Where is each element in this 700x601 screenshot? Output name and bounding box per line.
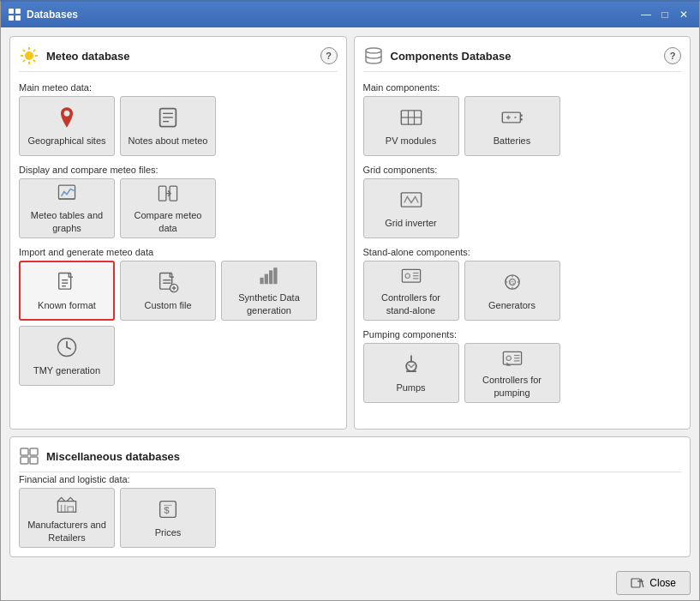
pump-icon [399,352,423,376]
components-panel-title: Components Database [391,50,512,63]
tmy-generation-button[interactable]: TMY generation [19,326,115,386]
meteo-section-import-label: Import and generate meteo data [19,247,338,257]
svg-rect-48 [401,193,421,207]
misc-panel-icon [19,446,39,466]
compare-icon [156,183,180,204]
svg-rect-35 [273,267,277,284]
minimize-button[interactable]: — [637,7,655,22]
custom-file-icon [156,270,180,294]
top-panels: Meteo database ? Main meteo data: Geogra… [9,36,691,430]
battery-icon [500,105,524,129]
misc-panel: Miscellaneous databases Financial and lo… [9,436,691,557]
svg-line-11 [33,50,35,51]
sun-icon [19,45,39,66]
misc-financial-label: Financial and logistic data: [19,474,681,484]
factory-icon [55,492,79,514]
prices-button[interactable]: $ Prices [120,488,216,548]
svg-rect-1 [15,9,21,14]
synthetic-data-button[interactable]: Synthetic Data generation [221,261,317,321]
svg-text:G: G [510,279,514,285]
tmy-icon [55,335,79,359]
meteo-tables-graphs-button[interactable]: Meteo tables and graphs [19,178,115,238]
generators-button[interactable]: G Generators [464,261,560,321]
components-section-pumping: Pumping components: Pumps [363,328,682,403]
notes-about-meteo-button[interactable]: Notes about meteo [120,96,216,156]
meteo-panel: Meteo database ? Main meteo data: Geogra… [9,36,347,430]
pv-icon [399,105,423,129]
chart-icon [55,183,79,204]
pv-modules-button[interactable]: PV modules [363,96,459,156]
content-area: Meteo database ? Main meteo data: Geogra… [1,27,699,566]
meteo-section-main-label: Main meteo data: [19,82,338,93]
meteo-main-grid: Geographical sites Notes about meteo [19,96,338,156]
svg-point-37 [366,48,381,53]
known-format-icon [55,270,79,294]
misc-panel-title: Miscellaneous databases [46,450,180,463]
components-grid-grid: Grid inverter [363,178,682,238]
meteo-display-grid: Meteo tables and graphs Compare meteo da… [19,178,338,238]
svg-rect-3 [15,15,21,21]
components-section-main: Main components: PV modules [363,81,682,156]
meteo-section-main: Main meteo data: Geographical sites [19,81,338,156]
close-action-icon [631,576,644,590]
svg-rect-34 [269,270,272,284]
svg-rect-66 [30,448,38,455]
svg-point-4 [25,51,33,60]
components-standalone-label: Stand-alone components: [363,247,682,257]
components-main-grid: PV modules Batteries [363,96,682,156]
pumps-button[interactable]: Pumps [363,343,459,403]
components-help-button[interactable]: ? [664,47,681,64]
components-pumping-grid: Pumps Controllers for pumpin [363,343,682,403]
components-panel-header: Components Database ? [363,45,682,72]
window-icon [8,8,21,21]
batteries-button[interactable]: Batteries [464,96,560,156]
maximize-button[interactable]: □ [656,7,673,22]
database-icon [363,45,384,66]
grid-inverter-button[interactable]: Grid inverter [363,178,459,238]
components-grid-label: Grid components: [363,165,682,175]
pin-icon [55,105,79,129]
window-close-button[interactable]: ✕ [675,7,692,22]
prices-icon: $ [156,497,180,521]
components-section-grid: Grid components: Grid inverter [363,163,682,238]
meteo-section-display-label: Display and compare meteo files: [19,165,338,175]
misc-section-financial: Financial and logistic data: Manufacture… [19,474,681,548]
svg-rect-72 [68,507,73,512]
window-title: Databases [27,9,78,21]
main-window: Databases — □ ✕ [0,0,700,601]
svg-rect-0 [9,9,14,14]
manufacturers-retailers-button[interactable]: Manufacturers and Retailers [19,488,115,548]
svg-line-12 [23,60,25,62]
compare-meteo-button[interactable]: Compare meteo data [120,178,216,238]
meteo-section-display: Display and compare meteo files: Meteo t… [19,163,338,238]
components-panel-icon [363,45,384,66]
svg-point-61 [506,356,511,360]
inverter-icon [399,188,423,212]
meteo-panel-icon [19,45,39,66]
components-main-label: Main components: [363,82,682,93]
svg-rect-76 [631,579,640,587]
components-section-standalone: Stand-alone components: Controllers for … [363,245,682,321]
svg-line-9 [23,50,25,51]
controller-standalone-icon [399,265,423,286]
meteo-import-grid: Known format [19,261,338,386]
close-button-label: Close [649,577,676,589]
controllers-standalone-button[interactable]: Controllers for stand-alone [363,261,459,321]
svg-rect-42 [502,112,520,123]
svg-rect-17 [58,185,75,199]
svg-point-58 [406,361,416,371]
svg-line-78 [641,579,643,587]
meteo-section-import: Import and generate meteo data Known for… [19,245,338,386]
title-bar-left: Databases [8,8,78,21]
meteo-panel-header: Meteo database ? [19,45,338,72]
synthetic-icon [257,265,281,286]
close-button[interactable]: Close [616,571,691,595]
notes-icon [156,105,180,129]
generator-icon: G [500,270,524,294]
custom-file-button[interactable]: Custom file [120,261,216,321]
geographical-sites-button[interactable]: Geographical sites [19,96,115,156]
meteo-help-button[interactable]: ? [320,47,338,64]
controllers-pumping-button[interactable]: Controllers for pumping [464,343,560,403]
known-format-button[interactable]: Known format [19,261,115,321]
svg-rect-65 [21,448,28,455]
